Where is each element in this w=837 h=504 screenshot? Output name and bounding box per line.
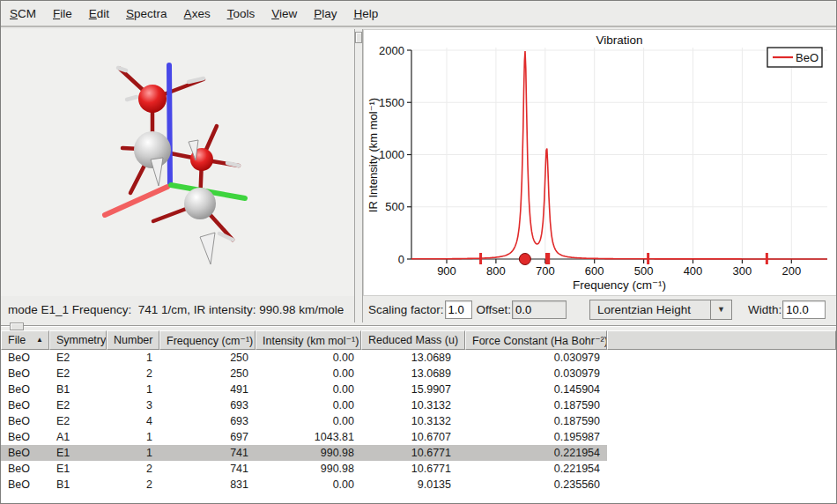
- x-axis-bar: [105, 187, 167, 215]
- table-row[interactable]: BeOE212500.0013.06890.030979: [1, 350, 607, 366]
- column-header-label: Symmetry: [56, 334, 106, 346]
- cell: BeO: [1, 399, 49, 411]
- x-tick-label: 800: [486, 264, 506, 278]
- cell: 2: [107, 463, 159, 475]
- scaling-factor-label: Scaling factor:: [368, 303, 444, 316]
- column-header-label: Force Constant (Ha Bohr⁻²): [472, 334, 607, 347]
- cell: 10.6771: [361, 463, 465, 475]
- column-header-label: Frequency (cm⁻¹): [167, 334, 253, 347]
- menu-edit[interactable]: Edit: [89, 7, 109, 20]
- atom-o-1[interactable]: [138, 85, 167, 113]
- table-row[interactable]: BeOE246930.0010.31320.187590: [1, 413, 607, 429]
- width-input[interactable]: [782, 300, 826, 319]
- lineshape-value: Lorentzian Height: [590, 303, 710, 316]
- x-tick-label: 200: [781, 264, 801, 278]
- cell: 0.145904: [465, 383, 607, 396]
- y-axis-label: IR Intensity (km mol⁻¹): [367, 98, 380, 212]
- vertical-splitter[interactable]: [354, 29, 363, 322]
- cell: BeO: [1, 463, 49, 475]
- cell: E2: [49, 415, 107, 427]
- column-header-label: Number: [114, 334, 152, 346]
- mode-marker[interactable]: [545, 253, 548, 264]
- atom-be-2[interactable]: [184, 188, 216, 219]
- column-header-number[interactable]: Number: [107, 330, 159, 350]
- menu-tools[interactable]: Tools: [227, 7, 256, 20]
- cell: 697: [159, 431, 256, 443]
- sort-ascending-icon: ▲: [36, 337, 43, 344]
- lineshape-dropdown[interactable]: Lorentzian Height ▼: [589, 300, 732, 320]
- cell: 741: [159, 463, 256, 475]
- table-row[interactable]: BeOE236930.0010.31320.187590: [1, 397, 607, 413]
- cell: 741: [159, 447, 256, 459]
- chart-title: Vibration: [596, 33, 642, 47]
- vertical-splitter-handle[interactable]: [355, 32, 362, 43]
- cell: 0.00: [256, 383, 361, 396]
- table-row[interactable]: BeOA116971043.8110.67070.195987: [1, 429, 607, 445]
- menu-help[interactable]: Help: [353, 7, 378, 20]
- cell: 9.0135: [361, 478, 465, 491]
- column-header-force[interactable]: Force Constant (Ha Bohr⁻²): [465, 330, 607, 350]
- scaling-factor-input[interactable]: [445, 300, 472, 319]
- menu-axes[interactable]: Axes: [184, 7, 211, 20]
- cell: 2: [107, 367, 159, 380]
- width-label: Width:: [748, 303, 781, 316]
- table-row[interactable]: BeOE11741990.9810.67710.221954: [1, 445, 607, 461]
- cell: A1: [49, 431, 107, 443]
- column-header-reduced[interactable]: Reduced Mass (u): [361, 330, 465, 350]
- molecule-3d-view: [1, 29, 354, 296]
- cell: B1: [49, 478, 107, 491]
- right-pane: 0500100015002000900800700600500400300200…: [363, 29, 837, 322]
- mode-marker[interactable]: [647, 253, 649, 264]
- menu-bar: SCMFileEditSpectraAxesToolsViewPlayHelp: [1, 1, 836, 27]
- cell: 1043.81: [256, 431, 361, 443]
- cell: E1: [49, 447, 107, 459]
- x-tick-label: 300: [733, 264, 752, 278]
- menu-play[interactable]: Play: [314, 7, 337, 20]
- column-header-file[interactable]: File▲: [1, 330, 49, 350]
- cell: 0.235560: [465, 478, 607, 491]
- horizontal-splitter-handle[interactable]: [10, 322, 24, 330]
- chevron-down-icon: ▼: [710, 300, 731, 319]
- cell: 4: [107, 415, 159, 427]
- spectrum-chart[interactable]: 0500100015002000900800700600500400300200…: [364, 30, 836, 295]
- cell: 0.187590: [465, 415, 607, 427]
- mode-marker[interactable]: [479, 253, 482, 264]
- offset-label: Offset:: [477, 303, 512, 316]
- y-tick-label: 0: [398, 253, 404, 266]
- horizontal-splitter[interactable]: [1, 322, 837, 330]
- cell: 0.030979: [465, 352, 607, 364]
- menu-spectra[interactable]: Spectra: [126, 7, 167, 20]
- column-header-symmetry[interactable]: Symmetry: [49, 330, 107, 350]
- cell: 13.0689: [361, 367, 465, 380]
- mode-marker[interactable]: [766, 253, 768, 264]
- cell: 0.00: [256, 478, 361, 491]
- spectrum-chart-panel[interactable]: 0500100015002000900800700600500400300200…: [363, 29, 837, 296]
- cell: 1: [107, 431, 159, 443]
- cell: 0.00: [256, 367, 361, 380]
- molecule-viewport[interactable]: [1, 29, 354, 296]
- spectrum-controls: Scaling factor: Offset: Lorentzian Heigh…: [363, 296, 837, 322]
- table-row[interactable]: BeOB128310.009.01350.235560: [1, 477, 607, 493]
- cell: BeO: [1, 383, 49, 396]
- table-row[interactable]: BeOE12741990.9810.67710.221954: [1, 461, 607, 477]
- cell: 15.9907: [361, 383, 465, 396]
- table-row[interactable]: BeOB114910.0015.99070.145904: [1, 382, 607, 397]
- table-row[interactable]: BeOE222500.0013.06890.030979: [1, 366, 607, 382]
- cell: 0.030979: [465, 367, 607, 380]
- mode-status-bar: mode E1_1 Frequency: 741 1/cm, IR intens…: [1, 296, 354, 322]
- cell: 1: [107, 352, 159, 364]
- cell: 0.221954: [465, 463, 607, 475]
- column-header-intensity[interactable]: Intensity (km mol⁻¹): [256, 330, 361, 350]
- y-tick-label: 1000: [379, 148, 404, 161]
- column-header-frequency[interactable]: Frequency (cm⁻¹): [159, 330, 256, 350]
- menu-file[interactable]: File: [53, 7, 72, 20]
- selected-mode-marker[interactable]: [519, 254, 530, 265]
- menu-view[interactable]: View: [271, 7, 297, 20]
- menu-scm[interactable]: SCM: [10, 7, 36, 20]
- column-header-filler: [607, 330, 836, 350]
- cell: 10.6771: [361, 447, 465, 459]
- left-pane: mode E1_1 Frequency: 741 1/cm, IR intens…: [1, 29, 354, 322]
- offset-input[interactable]: [512, 300, 567, 319]
- cell: 693: [159, 399, 256, 411]
- cell: 0.195987: [465, 431, 607, 443]
